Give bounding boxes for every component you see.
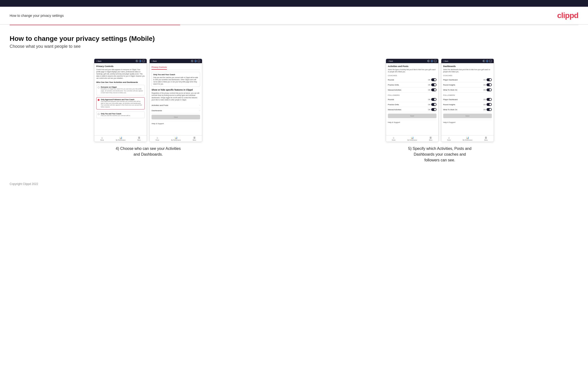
coaches-what-to-work-row: What To Work On ON (443, 87, 492, 92)
tab-privacy-controls[interactable]: Privacy Controls (152, 65, 167, 70)
followers-manual-toggle[interactable] (431, 108, 436, 111)
search-icon-3[interactable]: 🔍 (427, 60, 430, 62)
coaches-manual-row: Manual Activities ON (388, 87, 436, 92)
option-followers[interactable]: Only Approved Followers and Your Coach O… (96, 97, 145, 109)
screen1-body: Control how and your data appears to eve… (96, 68, 145, 79)
coaches-rounds-toggle-group: ON (428, 78, 436, 81)
screen4-mockup: < Back 🔍 👤 ⋯ Dashboards Select the dashb… (441, 58, 494, 142)
nav-perf-2[interactable]: 📊 My Performance (171, 136, 181, 141)
screen3-icons: 🔍 👤 ⋯ (427, 60, 436, 62)
nav-menu-1[interactable]: ☰ Menu (138, 136, 141, 141)
menu-icon-4[interactable]: ⋯ (489, 60, 492, 62)
screen3-subtitle: Select the types of activity that you'd … (388, 68, 436, 73)
coaches-player-dashboard-label: Player Dashboard (443, 79, 458, 81)
tooltip-box: Only You and Your Coach Only you and the… (152, 72, 200, 87)
screen1-back[interactable]: < Back (96, 60, 102, 62)
menu-icon-3[interactable]: ⋯ (434, 60, 436, 62)
screenshots-section: < Back 🔍 👤 ⋯ Privacy Controls Control ho… (10, 58, 578, 163)
activities-label: Activities and Posts (152, 104, 168, 106)
coaches-manual-toggle-group: ON (428, 88, 436, 91)
option3-label: Only You and Your Coach (101, 113, 130, 115)
save-btn-2[interactable]: Save (152, 115, 200, 119)
search-icon-2[interactable]: 🔍 (191, 60, 193, 62)
coaches-ri-toggle-group: ON (483, 83, 492, 86)
help-row-2: Help & Support (152, 121, 200, 126)
followers-wtw-toggle[interactable] (486, 108, 492, 111)
coaches-ri-toggle[interactable] (486, 83, 492, 86)
phone-pair-left: < Back 🔍 👤 ⋯ Privacy Controls Control ho… (94, 58, 202, 142)
followers-manual-row: Manual Activities ON (388, 107, 436, 112)
option2-label: Only Approved Followers and Your Coach (101, 99, 143, 100)
coaches-drills-toggle-group: ON (428, 83, 436, 86)
screen2-icons: 🔍 👤 ⋯ (191, 60, 200, 62)
header-title: How to change your privacy settings (10, 14, 64, 17)
menu-nav-icon-3: ☰ (430, 136, 432, 139)
option-everyone[interactable]: Everyone on Clippd Everyone on Clippd ca… (96, 85, 145, 95)
tab-bar: Privacy Controls (152, 65, 200, 70)
nav-menu-3[interactable]: ☰ Menu (429, 136, 432, 141)
people-icon-4[interactable]: 👤 (486, 60, 488, 62)
coaches-pd-toggle-group: ON (483, 78, 492, 81)
chart-icon-1: 📊 (119, 136, 122, 139)
screen3-mockup: < Back 🔍 👤 ⋯ Activities and Posts Select… (386, 58, 439, 142)
screen3-topbar: < Back 🔍 👤 ⋯ (386, 59, 438, 63)
home-label-2: Home (156, 139, 159, 141)
nav-perf-1[interactable]: 📊 My Performance (116, 136, 126, 141)
nav-perf-4[interactable]: 📊 My Performance (463, 136, 472, 141)
followers-ri-toggle[interactable] (486, 103, 492, 106)
phone-pair-right: < Back 🔍 👤 ⋯ Activities and Posts Select… (386, 58, 494, 142)
people-icon-2[interactable]: 👤 (194, 60, 197, 62)
search-icon[interactable]: 🔍 (136, 60, 138, 62)
nav-home-3[interactable]: ⌂ Home (392, 136, 396, 141)
nav-menu-4[interactable]: ☰ Menu (484, 136, 488, 141)
coaches-rounds-row: Rounds ON (388, 77, 436, 82)
followers-manual-toggle-group: ON (428, 108, 436, 111)
menu-dashboards[interactable]: Dashboards › (152, 108, 200, 113)
coaches-section-label-4: COACHES (443, 75, 492, 76)
followers-rounds-toggle[interactable] (431, 98, 436, 101)
followers-drills-label: Practice Drills (388, 103, 399, 106)
dashboards-label: Dashboards (152, 109, 162, 112)
screen1-bottom-nav: ⌂ Home 📊 My Performance ☰ Menu (94, 135, 147, 142)
coaches-drills-row: Practice Drills ON (388, 82, 436, 87)
page-heading: How to change your privacy settings (Mob… (10, 35, 578, 42)
menu-icon-2[interactable]: ⋯ (198, 60, 200, 62)
followers-ri-label: Round Insights (443, 103, 455, 106)
coaches-wtw-toggle[interactable] (486, 88, 492, 91)
nav-perf-3[interactable]: 📊 My Performance (407, 136, 417, 141)
home-icon-3: ⌂ (393, 136, 394, 139)
followers-drills-toggle[interactable] (431, 103, 436, 106)
followers-pd-toggle[interactable] (486, 98, 492, 101)
copyright: Copyright Clippd 2022 (0, 177, 588, 191)
nav-home-2[interactable]: ⌂ Home (156, 136, 159, 141)
chart-icon-4: 📊 (466, 136, 469, 139)
coaches-pd-toggle[interactable] (486, 78, 492, 81)
coaches-drills-toggle[interactable] (431, 83, 436, 86)
coaches-manual-label: Manual Activities (388, 89, 401, 91)
show-hide-title: Show or hide specific features in Clippd (152, 89, 200, 91)
option-coach-only[interactable]: Only You and Your Coach Only you and the… (96, 111, 145, 118)
screen3-back[interactable]: < Back (388, 60, 393, 62)
save-btn-4[interactable]: Save (443, 114, 492, 118)
followers-player-dashboard-row: Player Dashboard ON (443, 97, 492, 102)
menu-activities[interactable]: Activities and Posts › (152, 103, 200, 108)
nav-menu-2[interactable]: ☰ Menu (193, 136, 196, 141)
coaches-manual-toggle[interactable] (431, 88, 436, 91)
followers-drills-row: Practice Drills ON (388, 102, 436, 107)
followers-wtw-toggle-group: ON (483, 108, 492, 111)
screen2-back[interactable]: < Back (152, 60, 157, 62)
menu-icon[interactable]: ⋯ (142, 60, 145, 62)
coaches-rounds-toggle[interactable] (431, 78, 436, 81)
save-btn-3[interactable]: Save (388, 114, 436, 118)
followers-drills-toggle-group: ON (428, 103, 436, 106)
coaches-wtw-label: What To Work On (443, 89, 458, 91)
people-icon-3[interactable]: 👤 (431, 60, 433, 62)
coaches-round-insights-row: Round Insights ON (443, 82, 492, 87)
screen1-icons: 🔍 👤 ⋯ (136, 60, 145, 62)
chart-icon-2: 📊 (175, 136, 177, 139)
screen4-back[interactable]: < Back (443, 60, 449, 62)
nav-home-1[interactable]: ⌂ Home (100, 136, 104, 141)
search-icon-4[interactable]: 🔍 (483, 60, 485, 62)
nav-home-4[interactable]: ⌂ Home (447, 136, 451, 141)
people-icon[interactable]: 👤 (139, 60, 141, 62)
